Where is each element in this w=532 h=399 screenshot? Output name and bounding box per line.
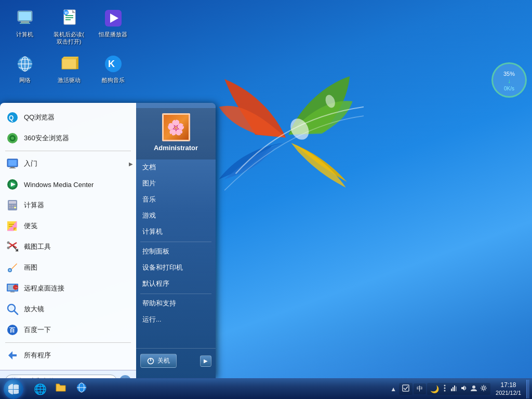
svg-rect-37 [9, 207, 11, 208]
svg-point-66 [444, 385, 446, 387]
360-browser-icon [5, 131, 20, 145]
svg-text:W: W [64, 11, 68, 15]
tray-moon-icon[interactable]: 🌙 [430, 384, 440, 394]
network-label: 网络 [19, 76, 31, 84]
shutdown-arrow-button[interactable]: ▶ [200, 355, 211, 367]
pictures-label: 图片 [142, 179, 156, 188]
start-item-wmc[interactable]: Windows Media Center [0, 174, 136, 195]
svg-rect-28 [9, 168, 16, 168]
paint-icon [5, 260, 20, 275]
shutdown-icon [147, 357, 154, 365]
shutdown-button[interactable]: 关机 [140, 354, 177, 368]
tray-settings-icon[interactable] [480, 384, 488, 394]
desktop-icon-hengxing[interactable]: 恒星播放器 [94, 5, 132, 48]
taskbar-item-ie[interactable] [71, 380, 92, 398]
tray-network-icon[interactable] [450, 384, 458, 394]
default-programs-label: 默认程序 [142, 280, 169, 288]
tray-user-icon[interactable] [470, 384, 478, 394]
start-item-magnifier[interactable]: 放大镜 [0, 299, 136, 320]
tray-icons-area [399, 383, 413, 395]
net-speed-widget: 35% ↓ 0K/s [491, 62, 527, 98]
start-right-documents[interactable]: 文档 [136, 159, 216, 176]
install-readme-icon: W [59, 8, 79, 29]
remote-desktop-icon: → [5, 281, 20, 296]
documents-label: 文档 [142, 163, 156, 172]
user-avatar[interactable] [162, 113, 190, 141]
svg-marker-73 [461, 385, 464, 391]
svg-rect-34 [9, 205, 11, 206]
start-item-intro[interactable]: 入门 ▶ [0, 153, 136, 174]
shutdown-label: 关机 [157, 356, 170, 365]
user-avatar-img [164, 115, 189, 140]
start-item-sticky-notes[interactable]: 便笺 [0, 216, 136, 236]
start-right-games[interactable]: 游戏 [136, 208, 216, 224]
taskbar-item-network[interactable]: 🌐 [30, 380, 50, 398]
show-desktop-button[interactable] [526, 380, 529, 398]
net-percent-value: 35 [503, 71, 510, 77]
start-right-music[interactable]: 音乐 [136, 192, 216, 208]
system-clock[interactable]: 17:18 2021/12/1 [491, 380, 525, 398]
svg-point-24 [11, 137, 14, 140]
desktop-icon-kugou[interactable]: K 酷狗音乐 [94, 51, 132, 86]
intro-icon [5, 156, 20, 171]
start-item-remote-desktop[interactable]: → 远程桌面连接 [0, 278, 136, 299]
tray-notification-toggle[interactable]: ▲ [389, 384, 398, 394]
devices-printers-label: 设备和打印机 [142, 263, 183, 272]
qq-browser-icon: Q [5, 110, 20, 125]
music-label: 音乐 [142, 195, 156, 204]
desktop-icon-install-readme[interactable]: W 装机后必读(双击打开) [49, 5, 88, 48]
snipping-tool-icon [5, 240, 20, 254]
start-right-run[interactable]: 运行... [136, 312, 216, 328]
computer-icon [15, 8, 35, 29]
control-panel-label: 控制面板 [142, 247, 169, 256]
language-text[interactable]: 中 [417, 384, 423, 393]
svg-rect-69 [451, 389, 452, 391]
all-programs-icon [5, 348, 20, 363]
start-item-360-browser[interactable]: 360安全浏览器 [0, 128, 136, 149]
start-right-control-panel[interactable]: 控制面板 [136, 244, 216, 260]
svg-point-45 [7, 242, 10, 244]
desktop-icon-network[interactable]: 网络 [5, 51, 44, 86]
start-right-computer[interactable]: 计算机 [136, 224, 216, 240]
tray-check-icon[interactable] [402, 384, 410, 394]
desktop-icon-activate-driver[interactable]: 激活驱动 [49, 51, 88, 86]
desktop-icon-row-1: 计算机 W 装机后必读(双击打开) [5, 5, 132, 48]
net-percent: 35% [503, 69, 515, 77]
start-item-baidu[interactable]: 百 百度一下 [0, 320, 136, 340]
svg-rect-7 [65, 15, 73, 16]
start-menu-right: Administrator 文档 图片 音乐 游戏 计算机 控制面板 [136, 103, 216, 378]
start-item-qq-browser[interactable]: Q QQ浏览器 [0, 107, 136, 128]
svg-text:百: 百 [9, 327, 16, 333]
username: Administrator [154, 144, 198, 152]
tray-dots-icon[interactable] [441, 384, 448, 394]
svg-point-56 [9, 306, 14, 310]
start-item-snipping-tool[interactable]: 截图工具 [0, 236, 136, 257]
taskbar-explorer-icon [55, 382, 66, 396]
svg-rect-27 [10, 167, 15, 168]
net-percent-symbol: % [510, 71, 515, 77]
desktop-icon-computer[interactable]: 计算机 [5, 5, 44, 48]
start-right-default-programs[interactable]: 默认程序 [136, 276, 216, 292]
computer-label-right: 计算机 [142, 228, 163, 236]
svg-point-48 [9, 269, 11, 271]
tray-volume-icon[interactable] [460, 384, 468, 394]
desktop-icon-area: 计算机 W 装机后必读(双击打开) [5, 5, 132, 86]
start-search-input[interactable] [5, 375, 117, 378]
start-orb [4, 379, 23, 399]
start-right-help[interactable]: 帮助和支持 [136, 296, 216, 312]
run-label: 运行... [142, 315, 161, 324]
start-item-all-programs[interactable]: 所有程序 [0, 345, 136, 366]
taskbar-item-explorer[interactable] [50, 380, 71, 398]
start-right-pictures[interactable]: 图片 [136, 176, 216, 192]
start-item-calculator[interactable]: 计算器 [0, 195, 136, 216]
baidu-label: 百度一下 [24, 325, 51, 335]
start-right-devices-printers[interactable]: 设备和打印机 [136, 260, 216, 276]
hengxing-icon [103, 8, 124, 29]
desktop-icon-row-2: 网络 激活驱动 K [5, 51, 132, 86]
right-divider-2 [140, 294, 211, 294]
system-tray: ▲ 中 🌙 [389, 380, 532, 398]
hengxing-label: 恒星播放器 [99, 31, 127, 38]
svg-rect-33 [9, 201, 16, 204]
start-button[interactable] [0, 379, 27, 400]
start-item-paint[interactable]: 画图 [0, 257, 136, 278]
